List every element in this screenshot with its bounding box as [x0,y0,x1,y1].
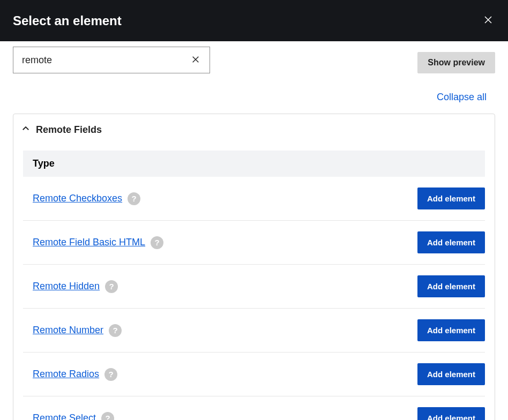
content-scroll[interactable]: Show preview Collapse all Remote Fields … [0,41,508,420]
element-type-link[interactable]: Remote Hidden [33,281,100,292]
element-type-link[interactable]: Remote Number [33,325,103,336]
close-icon [191,55,200,65]
help-icon[interactable]: ? [128,192,140,205]
close-icon [483,15,493,26]
help-icon[interactable]: ? [109,324,122,337]
column-header-type: Type [23,151,485,177]
element-row: Remote Field Basic HTML ? Add element [23,221,485,265]
modal-header: Select an element [0,0,508,41]
modal-title: Select an element [13,13,122,28]
section-toggle[interactable]: Remote Fields [13,114,495,145]
element-list: Remote Checkboxes ? Add element Remote F… [23,177,485,420]
element-type-link[interactable]: Remote Field Basic HTML [33,237,145,248]
add-element-button[interactable]: Add element [417,407,485,420]
collapse-all-link[interactable]: Collapse all [437,92,487,102]
help-icon[interactable]: ? [105,280,118,293]
help-icon[interactable]: ? [151,236,163,249]
element-row: Remote Hidden ? Add element [23,265,485,309]
section-title: Remote Fields [36,124,102,136]
add-element-button[interactable]: Add element [417,188,485,209]
help-icon[interactable]: ? [101,412,114,421]
element-type-link[interactable]: Remote Radios [33,369,99,380]
close-button[interactable] [481,13,495,28]
element-row: Remote Checkboxes ? Add element [23,177,485,221]
element-row: Remote Number ? Add element [23,309,485,352]
element-type-link[interactable]: Remote Select [33,412,96,420]
element-row: Remote Radios ? Add element [23,352,485,396]
chevron-up-icon [21,124,31,136]
clear-search-button[interactable] [189,53,202,68]
element-type-link[interactable]: Remote Checkboxes [33,193,122,204]
show-preview-button[interactable]: Show preview [417,52,495,73]
add-element-button[interactable]: Add element [417,231,485,253]
help-icon[interactable]: ? [104,368,117,381]
add-element-button[interactable]: Add element [417,275,485,297]
section-remote-fields: Remote Fields Type Remote Checkboxes ? A… [13,114,495,420]
element-row: Remote Select ? Add element [23,396,485,420]
add-element-button[interactable]: Add element [417,319,485,341]
search-box [13,47,210,73]
search-input[interactable] [22,55,189,66]
add-element-button[interactable]: Add element [417,363,485,385]
